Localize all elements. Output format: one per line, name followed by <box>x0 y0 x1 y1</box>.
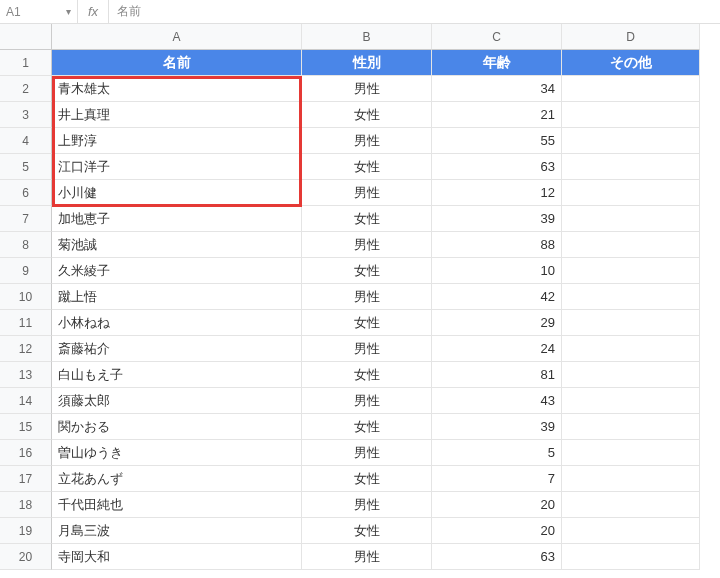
row-header-4[interactable]: 4 <box>0 128 52 154</box>
cell-age[interactable]: 63 <box>432 544 562 570</box>
spreadsheet-grid[interactable]: ABCD1名前性別年齢その他2青木雄太男性343井上真理女性214上野淳男性55… <box>0 24 720 570</box>
row-header-19[interactable]: 19 <box>0 518 52 544</box>
row-header-14[interactable]: 14 <box>0 388 52 414</box>
header-age[interactable]: 年齢 <box>432 50 562 76</box>
cell-gender[interactable]: 男性 <box>302 336 432 362</box>
cell-name[interactable]: 小林ねね <box>52 310 302 336</box>
select-all-corner[interactable] <box>0 24 52 50</box>
cell-gender[interactable]: 男性 <box>302 284 432 310</box>
header-other[interactable]: その他 <box>562 50 700 76</box>
cell-age[interactable]: 20 <box>432 492 562 518</box>
cell-other[interactable] <box>562 180 700 206</box>
header-gender[interactable]: 性別 <box>302 50 432 76</box>
cell-other[interactable] <box>562 154 700 180</box>
cell-age[interactable]: 7 <box>432 466 562 492</box>
column-header-d[interactable]: D <box>562 24 700 50</box>
row-header-16[interactable]: 16 <box>0 440 52 466</box>
row-header-17[interactable]: 17 <box>0 466 52 492</box>
cell-gender[interactable]: 男性 <box>302 76 432 102</box>
cell-other[interactable] <box>562 336 700 362</box>
cell-gender[interactable]: 男性 <box>302 180 432 206</box>
cell-gender[interactable]: 女性 <box>302 518 432 544</box>
cell-name[interactable]: 曽山ゆうき <box>52 440 302 466</box>
column-header-b[interactable]: B <box>302 24 432 50</box>
cell-other[interactable] <box>562 206 700 232</box>
cell-gender[interactable]: 女性 <box>302 414 432 440</box>
cell-name[interactable]: 立花あんず <box>52 466 302 492</box>
cell-name[interactable]: 江口洋子 <box>52 154 302 180</box>
cell-other[interactable] <box>562 414 700 440</box>
cell-gender[interactable]: 女性 <box>302 206 432 232</box>
chevron-down-icon[interactable]: ▾ <box>66 6 71 17</box>
cell-age[interactable]: 10 <box>432 258 562 284</box>
row-header-12[interactable]: 12 <box>0 336 52 362</box>
row-header-15[interactable]: 15 <box>0 414 52 440</box>
cell-age[interactable]: 43 <box>432 388 562 414</box>
row-header-2[interactable]: 2 <box>0 76 52 102</box>
cell-name[interactable]: 上野淳 <box>52 128 302 154</box>
cell-other[interactable] <box>562 128 700 154</box>
cell-age[interactable]: 24 <box>432 336 562 362</box>
column-header-a[interactable]: A <box>52 24 302 50</box>
cell-gender[interactable]: 男性 <box>302 544 432 570</box>
cell-name[interactable]: 加地恵子 <box>52 206 302 232</box>
cell-name[interactable]: 小川健 <box>52 180 302 206</box>
cell-other[interactable] <box>562 258 700 284</box>
cell-other[interactable] <box>562 388 700 414</box>
cell-other[interactable] <box>562 284 700 310</box>
header-name[interactable]: 名前 <box>52 50 302 76</box>
cell-age[interactable]: 88 <box>432 232 562 258</box>
cell-age[interactable]: 81 <box>432 362 562 388</box>
cell-gender[interactable]: 男性 <box>302 440 432 466</box>
row-header-8[interactable]: 8 <box>0 232 52 258</box>
cell-other[interactable] <box>562 310 700 336</box>
cell-name[interactable]: 白山もえ子 <box>52 362 302 388</box>
cell-other[interactable] <box>562 362 700 388</box>
cell-age[interactable]: 34 <box>432 76 562 102</box>
cell-name[interactable]: 寺岡大和 <box>52 544 302 570</box>
cell-age[interactable]: 55 <box>432 128 562 154</box>
row-header-7[interactable]: 7 <box>0 206 52 232</box>
cell-other[interactable] <box>562 76 700 102</box>
row-header-3[interactable]: 3 <box>0 102 52 128</box>
cell-other[interactable] <box>562 466 700 492</box>
cell-name[interactable]: 千代田純也 <box>52 492 302 518</box>
cell-gender[interactable]: 男性 <box>302 388 432 414</box>
formula-input[interactable]: 名前 <box>109 0 720 23</box>
cell-name[interactable]: 蹴上悟 <box>52 284 302 310</box>
cell-other[interactable] <box>562 518 700 544</box>
cell-other[interactable] <box>562 102 700 128</box>
cell-gender[interactable]: 女性 <box>302 102 432 128</box>
cell-name[interactable]: 関かおる <box>52 414 302 440</box>
column-header-c[interactable]: C <box>432 24 562 50</box>
cell-age[interactable]: 39 <box>432 414 562 440</box>
cell-gender[interactable]: 男性 <box>302 492 432 518</box>
cell-gender[interactable]: 女性 <box>302 466 432 492</box>
cell-other[interactable] <box>562 492 700 518</box>
cell-name[interactable]: 斎藤祐介 <box>52 336 302 362</box>
cell-age[interactable]: 21 <box>432 102 562 128</box>
row-header-10[interactable]: 10 <box>0 284 52 310</box>
cell-other[interactable] <box>562 544 700 570</box>
cell-age[interactable]: 20 <box>432 518 562 544</box>
cell-age[interactable]: 5 <box>432 440 562 466</box>
cell-name[interactable]: 菊池誠 <box>52 232 302 258</box>
cell-age[interactable]: 63 <box>432 154 562 180</box>
row-header-18[interactable]: 18 <box>0 492 52 518</box>
cell-name[interactable]: 久米綾子 <box>52 258 302 284</box>
cell-other[interactable] <box>562 232 700 258</box>
cell-gender[interactable]: 男性 <box>302 128 432 154</box>
cell-other[interactable] <box>562 440 700 466</box>
cell-age[interactable]: 42 <box>432 284 562 310</box>
row-header-20[interactable]: 20 <box>0 544 52 570</box>
cell-age[interactable]: 29 <box>432 310 562 336</box>
cell-name[interactable]: 須藤太郎 <box>52 388 302 414</box>
row-header-13[interactable]: 13 <box>0 362 52 388</box>
cell-age[interactable]: 12 <box>432 180 562 206</box>
cell-gender[interactable]: 女性 <box>302 154 432 180</box>
row-header-9[interactable]: 9 <box>0 258 52 284</box>
row-header-6[interactable]: 6 <box>0 180 52 206</box>
cell-gender[interactable]: 女性 <box>302 310 432 336</box>
row-header-1[interactable]: 1 <box>0 50 52 76</box>
cell-gender[interactable]: 女性 <box>302 258 432 284</box>
